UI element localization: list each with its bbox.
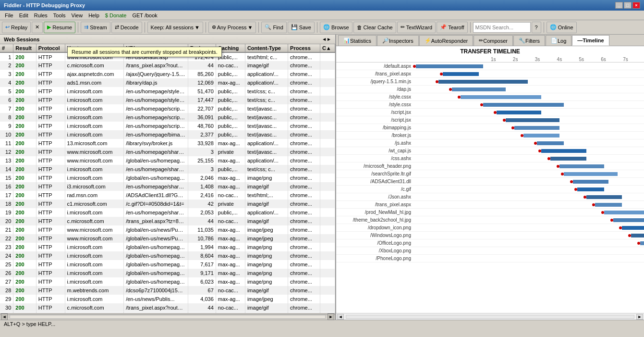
tab-filters[interactable]: 🔧 Filters — [513, 35, 545, 46]
menu-get-book[interactable]: GET /book — [129, 12, 160, 19]
timeline-bar — [497, 111, 541, 114]
table-row[interactable]: 22 200 HTTP www.microsoft.com /global/en… — [0, 234, 335, 243]
cell-host: www.microsoft.com — [65, 148, 124, 156]
text-wizard-button[interactable]: ✏ TextWizard — [397, 22, 436, 33]
cell-process: chrome... — [288, 61, 320, 70]
cell-body: 9,171 — [188, 269, 216, 277]
table-row[interactable]: 5 200 HTTP i.microsoft.com /en-us/homepa… — [0, 87, 335, 96]
titlebar-controls[interactable]: _ □ × — [615, 2, 640, 9]
cell-content-type: application/... — [245, 78, 288, 87]
horizontal-scrollbar[interactable]: ◄ ► — [0, 313, 335, 320]
cell-result: 200 — [13, 122, 36, 130]
table-row[interactable]: 30 200 HTTP c.microsoft.com /trans_pixel… — [0, 303, 335, 312]
col-content-type[interactable]: Content-Type — [245, 44, 288, 52]
table-row[interactable]: 13 200 HTTP www.microsoft.com /global/en… — [0, 156, 335, 165]
cell-result: 200 — [13, 243, 36, 251]
any-process-dropdown[interactable]: ⊕ Any Process ▼ — [208, 22, 256, 33]
clear-cache-button[interactable]: 🗑 Clear Cache — [353, 22, 396, 33]
timeline-row: /script.jsx — [336, 116, 644, 124]
msdn-search-input[interactable] — [473, 22, 531, 33]
menu-rules[interactable]: Rules — [31, 12, 50, 19]
menu-donate[interactable]: $ Donate — [102, 12, 130, 19]
online-button[interactable]: 🌐 Online — [547, 22, 577, 33]
table-row[interactable]: 16 200 HTTP i3.microsoft.com /en-us/home… — [0, 182, 335, 191]
col-num[interactable]: # — [0, 44, 13, 52]
cell-num: 15 — [0, 174, 13, 182]
tab-statistics[interactable]: 📊 Statistics — [338, 35, 377, 46]
table-row[interactable]: 27 200 HTTP i.microsoft.com /global/en-u… — [0, 277, 335, 286]
table-row[interactable]: 8 200 HTTP i.microsoft.com /en-us/homepa… — [0, 113, 335, 122]
table-row[interactable]: 17 200 HTTP rad.msn.com /ADSAdClient31.d… — [0, 191, 335, 200]
timeline-scrollbar[interactable]: ◄ ► — [336, 313, 644, 320]
timeline-area[interactable]: TRANSFER TIMELINE 1s 2s 3s 4s 5s 6s 7s /… — [336, 46, 644, 313]
table-row[interactable]: 12 200 HTTP www.microsoft.com /en-us/hom… — [0, 148, 335, 156]
tearoff-button[interactable]: 📌 Tearoff — [437, 22, 467, 33]
table-row[interactable]: 28 200 HTTP m.webtrends.com /dcso6p7z710… — [0, 286, 335, 295]
keep-dropdown[interactable]: Keep: All sessions ▼ — [147, 22, 203, 33]
timeline-row: /PhoneLogo.png — [336, 255, 644, 262]
decode-button[interactable]: ⇄ Decode — [111, 22, 142, 33]
menu-edit[interactable]: Edit — [16, 12, 31, 19]
timeline-row: /broker.js — [336, 132, 644, 139]
table-row[interactable]: 21 200 HTTP www.microsoft.com /global/en… — [0, 225, 335, 234]
tab-autoresponder[interactable]: ⚡ AutoResponder — [419, 35, 473, 46]
save-button[interactable]: 💾 Save — [288, 22, 315, 33]
menu-help[interactable]: Help — [85, 12, 102, 19]
cell-c — [320, 78, 335, 87]
menu-view[interactable]: View — [69, 12, 86, 19]
cell-host: i.microsoft.com — [65, 87, 124, 96]
browse-button[interactable]: 🌐 Browse — [320, 22, 352, 33]
cell-url: /global/en-us/news/Publis... — [124, 225, 188, 234]
col-protocol[interactable]: Protocol — [36, 44, 65, 52]
cell-body: 44 — [188, 303, 216, 312]
table-row[interactable]: 14 200 HTTP i.microsoft.com /en-us/homep… — [0, 165, 335, 174]
table-row[interactable]: 18 200 HTTP c1.microsoft.com /c.gif?DI=#… — [0, 200, 335, 208]
col-c[interactable]: C▲ — [320, 44, 335, 52]
table-row[interactable]: 3 200 HTTP ajax.aspnetcdn.com /ajax/jQue… — [0, 70, 335, 78]
replay-button[interactable]: ↩ Replay — [2, 22, 31, 33]
cell-num: 11 — [0, 139, 13, 148]
cell-content-type: image/png — [245, 243, 288, 251]
table-row[interactable]: 25 200 HTTP i.microsoft.com /global/en-u… — [0, 260, 335, 269]
menu-tools[interactable]: Tools — [50, 12, 69, 19]
cell-result: 200 — [13, 52, 36, 61]
cell-host: c1.microsoft.com — [65, 200, 124, 208]
table-row[interactable]: 4 200 HTTP ads1.msn.com /library/dap.js … — [0, 78, 335, 87]
table-row[interactable]: 2 200 HTTP c.microsoft.com /trans_pixel.… — [0, 61, 335, 70]
table-row[interactable]: 7 200 HTTP i.microsoft.com /en-us/homepa… — [0, 104, 335, 113]
tab-composer[interactable]: ✏ Composer — [474, 35, 513, 46]
resume-button[interactable]: ▶ Resume — [44, 22, 75, 33]
menu-file[interactable]: File — [2, 12, 16, 19]
table-row[interactable]: 31 200 HTTP ots.optimize.webre... /ots/l… — [0, 312, 335, 313]
stop-button[interactable]: ✕ — [32, 22, 43, 33]
cell-result: 200 — [13, 156, 36, 165]
tab-timeline[interactable]: — Timeline — [572, 35, 609, 46]
stream-button[interactable]: ⇉ Stream — [81, 22, 110, 33]
table-row[interactable]: 19 200 HTTP i.microsoft.com /en-us/homep… — [0, 208, 335, 217]
timeline-bar — [559, 164, 604, 168]
minimize-button[interactable]: _ — [615, 2, 623, 9]
cell-result: 200 — [13, 139, 36, 148]
col-result[interactable]: Result — [13, 44, 36, 52]
tab-inspectors[interactable]: 🔎 Inspectors — [377, 35, 419, 46]
col-process[interactable]: Process — [288, 44, 320, 52]
tab-log[interactable]: 📄 Log — [546, 35, 571, 46]
table-row[interactable]: 29 200 HTTP i.microsoft.com /en-us/news/… — [0, 295, 335, 303]
search-help-button[interactable]: ? — [532, 22, 541, 33]
toolbar-sep-1 — [78, 22, 78, 33]
table-row[interactable]: 23 200 HTTP i.microsoft.com /global/en-u… — [0, 243, 335, 251]
find-button[interactable]: 🔍 Find — [261, 22, 286, 33]
table-row[interactable]: 20 200 HTTP c.microsoft.com /trans_pixel… — [0, 217, 335, 225]
close-button[interactable]: × — [632, 2, 640, 9]
sessions-close-button[interactable]: ◄► — [322, 37, 331, 42]
table-row[interactable]: 26 200 HTTP i.microsoft.com /global/en-u… — [0, 269, 335, 277]
table-row[interactable]: 11 200 HTTP 13.microsoft.com /library/sv… — [0, 139, 335, 148]
maximize-button[interactable]: □ — [624, 2, 632, 9]
table-row[interactable]: 9 200 HTTP i.microsoft.com /en-us/homepa… — [0, 122, 335, 130]
cell-body: 3 — [188, 165, 216, 174]
table-container[interactable]: Resume all sessions that are currently s… — [0, 44, 335, 313]
table-row[interactable]: 10 200 HTTP i.microsoft.com /en-us/homep… — [0, 130, 335, 139]
table-row[interactable]: 24 200 HTTP i.microsoft.com /global/en-u… — [0, 251, 335, 260]
table-row[interactable]: 15 200 HTTP i.microsoft.com /global/en-u… — [0, 174, 335, 182]
table-row[interactable]: 6 200 HTTP i.microsoft.com /en-us/homepa… — [0, 96, 335, 104]
